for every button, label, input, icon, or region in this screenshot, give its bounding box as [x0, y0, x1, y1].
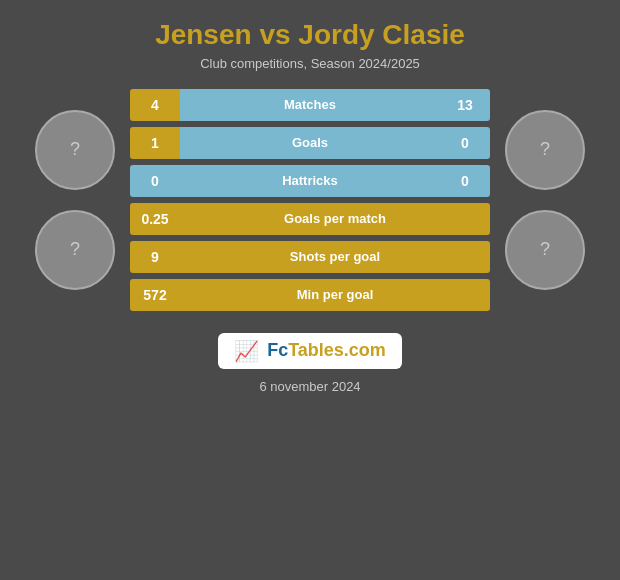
player2-column: ? ? — [500, 110, 590, 290]
subtitle: Club competitions, Season 2024/2025 — [20, 56, 600, 71]
stats-column: 4 Matches 13 1 Goals 0 0 Hattricks 0 0.2… — [130, 89, 490, 311]
logo-box: 📈 FcTables.com — [218, 333, 402, 369]
spg-bar: 9 Shots per goal — [130, 241, 490, 273]
matches-label: Matches — [180, 89, 440, 121]
matches-right-val: 13 — [440, 89, 490, 121]
player1-column: ? ? — [30, 110, 120, 290]
mpg-label: Min per goal — [180, 279, 490, 311]
gpm-label: Goals per match — [180, 203, 490, 235]
goals-bar: 1 Goals 0 — [130, 127, 490, 159]
mpg-left-val: 572 — [130, 279, 180, 311]
spg-label: Shots per goal — [180, 241, 490, 273]
logo-section: 📈 FcTables.com — [218, 333, 402, 369]
player2-avatar: ? — [505, 110, 585, 190]
goals-right-val: 0 — [440, 127, 490, 159]
player2-avatar-2: ? — [505, 210, 585, 290]
main-title: Jensen vs Jordy Clasie — [20, 18, 600, 52]
goals-left-val: 1 — [130, 127, 180, 159]
spg-left-val: 9 — [130, 241, 180, 273]
content-area: ? ? 4 Matches 13 1 Goals 0 0 Hattricks 0… — [0, 79, 620, 321]
hattricks-bar: 0 Hattricks 0 — [130, 165, 490, 197]
logo-text: FcTables.com — [267, 340, 386, 361]
logo-icon: 📈 — [234, 339, 259, 363]
gpm-bar: 0.25 Goals per match — [130, 203, 490, 235]
hattricks-left-val: 0 — [130, 165, 180, 197]
player1-avatar-2: ? — [35, 210, 115, 290]
hattricks-right-val: 0 — [440, 165, 490, 197]
mpg-bar: 572 Min per goal — [130, 279, 490, 311]
hattricks-label: Hattricks — [180, 165, 440, 197]
matches-bar: 4 Matches 13 — [130, 89, 490, 121]
date-text: 6 november 2024 — [259, 379, 360, 394]
gpm-left-val: 0.25 — [130, 203, 180, 235]
title-section: Jensen vs Jordy Clasie Club competitions… — [0, 0, 620, 79]
goals-label: Goals — [180, 127, 440, 159]
player1-avatar: ? — [35, 110, 115, 190]
matches-left-val: 4 — [130, 89, 180, 121]
